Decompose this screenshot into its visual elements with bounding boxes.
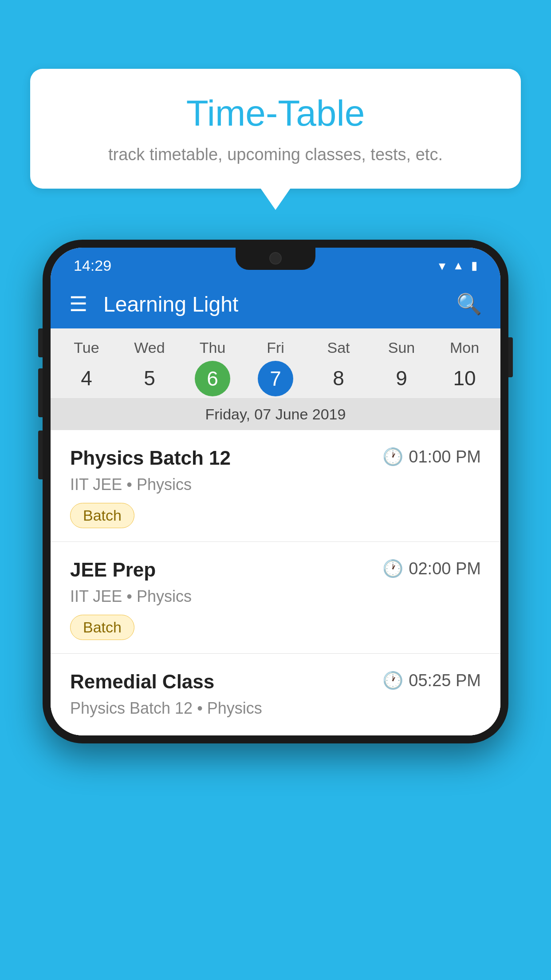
selected-date-label: Friday, 07 June 2019 xyxy=(51,398,500,430)
schedule-item-3-name: Remedial Class xyxy=(70,671,382,693)
day-num-4[interactable]: 4 xyxy=(55,361,118,398)
signal-icon: ▲ xyxy=(453,259,464,273)
schedule-item-2-name: JEE Prep xyxy=(70,559,382,581)
day-label-tue[interactable]: Tue xyxy=(55,339,118,361)
schedule-item-3-sub: Physics Batch 12 • Physics xyxy=(70,699,481,718)
day-label-sat[interactable]: Sat xyxy=(307,339,370,361)
schedule-item-1-name: Physics Batch 12 xyxy=(70,447,382,469)
status-time: 14:29 xyxy=(74,257,111,274)
day-label-sun[interactable]: Sun xyxy=(370,339,433,361)
bubble-title: Time-Table xyxy=(57,93,494,133)
wifi-icon: ▾ xyxy=(439,258,445,273)
day-label-mon[interactable]: Mon xyxy=(433,339,496,361)
phone-outer: 14:29 ▾ ▲ ▮ ☰ Learning Light 🔍 Tue Wed T… xyxy=(43,240,508,743)
schedule-item-3-time-value: 05:25 PM xyxy=(409,671,481,690)
schedule-item-3-time: 🕐 05:25 PM xyxy=(382,671,481,690)
clock-icon-1: 🕐 xyxy=(382,447,403,466)
day-labels: Tue Wed Thu Fri Sat Sun Mon xyxy=(51,339,500,361)
day-num-5[interactable]: 5 xyxy=(118,361,181,398)
schedule-item-2[interactable]: JEE Prep 🕐 02:00 PM IIT JEE • Physics Ba… xyxy=(51,542,500,654)
battery-icon: ▮ xyxy=(471,259,477,273)
phone-button-left-1 xyxy=(38,328,43,357)
schedule-item-2-badge: Batch xyxy=(70,615,134,640)
phone-notch xyxy=(236,248,315,270)
day-num-8[interactable]: 8 xyxy=(307,361,370,398)
day-numbers: 4 5 6 7 8 9 10 xyxy=(51,361,500,398)
schedule-item-1-time-value: 01:00 PM xyxy=(409,447,481,466)
bubble-subtitle: track timetable, upcoming classes, tests… xyxy=(57,143,494,166)
day-label-wed[interactable]: Wed xyxy=(118,339,181,361)
phone-button-left-2 xyxy=(38,368,43,417)
schedule-item-1-header: Physics Batch 12 🕐 01:00 PM xyxy=(70,447,481,469)
schedule-item-2-header: JEE Prep 🕐 02:00 PM xyxy=(70,559,481,581)
app-bar-title: Learning Light xyxy=(103,292,457,316)
schedule-item-1[interactable]: Physics Batch 12 🕐 01:00 PM IIT JEE • Ph… xyxy=(51,430,500,542)
day-num-9[interactable]: 9 xyxy=(370,361,433,398)
schedule-item-1-sub: IIT JEE • Physics xyxy=(70,475,481,494)
schedule-item-1-badge: Batch xyxy=(70,503,134,528)
phone-camera xyxy=(269,252,282,265)
schedule-item-2-sub: IIT JEE • Physics xyxy=(70,587,481,606)
phone-button-left-3 xyxy=(38,431,43,479)
app-bar: ☰ Learning Light 🔍 xyxy=(51,280,500,328)
schedule-item-3-header: Remedial Class 🕐 05:25 PM xyxy=(70,671,481,693)
calendar-strip: Tue Wed Thu Fri Sat Sun Mon 4 5 6 7 8 9 … xyxy=(51,328,500,430)
phone-screen: 14:29 ▾ ▲ ▮ ☰ Learning Light 🔍 Tue Wed T… xyxy=(51,248,500,735)
status-icons: ▾ ▲ ▮ xyxy=(439,258,477,273)
schedule-item-2-time-value: 02:00 PM xyxy=(409,559,481,578)
day-label-fri[interactable]: Fri xyxy=(244,339,307,361)
hamburger-icon[interactable]: ☰ xyxy=(69,294,87,314)
search-icon[interactable]: 🔍 xyxy=(457,292,482,316)
schedule-item-2-time: 🕐 02:00 PM xyxy=(382,559,481,578)
clock-icon-2: 🕐 xyxy=(382,559,403,578)
schedule-item-1-time: 🕐 01:00 PM xyxy=(382,447,481,466)
schedule-list: Physics Batch 12 🕐 01:00 PM IIT JEE • Ph… xyxy=(51,430,500,735)
phone-mockup: 14:29 ▾ ▲ ▮ ☰ Learning Light 🔍 Tue Wed T… xyxy=(43,240,508,743)
day-num-6[interactable]: 6 xyxy=(195,361,230,396)
phone-button-right xyxy=(508,337,513,377)
day-num-10[interactable]: 10 xyxy=(433,361,496,398)
schedule-item-3[interactable]: Remedial Class 🕐 05:25 PM Physics Batch … xyxy=(51,654,500,735)
day-num-7[interactable]: 7 xyxy=(258,361,293,396)
speech-bubble: Time-Table track timetable, upcoming cla… xyxy=(30,69,521,189)
clock-icon-3: 🕐 xyxy=(382,671,403,690)
day-label-thu[interactable]: Thu xyxy=(181,339,244,361)
